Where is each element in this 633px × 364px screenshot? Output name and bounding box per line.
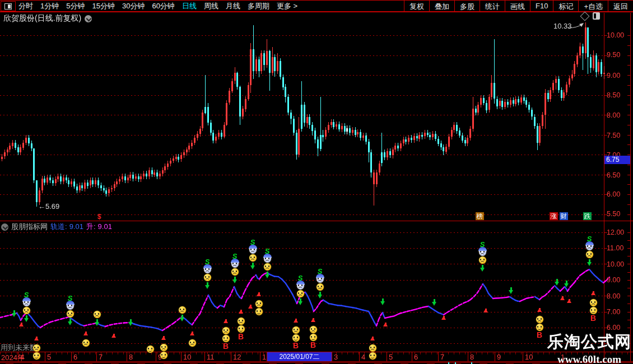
signal-buy_two_faces [254,288,263,315]
signal-buy_full_B: B [535,304,544,339]
axis-separator [468,352,468,361]
field-value: 9.01 [69,222,83,231]
up-arrow-icon [294,315,298,323]
index-badge[interactable]: 财 [560,212,568,220]
time-axis-label: 7 [99,353,103,361]
index-badge[interactable]: 榜 [476,212,484,220]
tool-item-6[interactable]: 标记 [553,1,578,11]
pane-toggle-icon[interactable] [593,12,600,20]
axis-separator [156,352,156,361]
down-arrow-icon [250,265,255,273]
indicator-axis-label: 6.00 [607,324,631,332]
up-arrow-icon [537,304,542,312]
down-arrow-icon [232,279,237,287]
time-axis[interactable]: 2024年456789101112134567891012025/01/07二 [0,352,633,362]
buy-letter: B [310,342,316,349]
down-arrow-icon [180,318,184,325]
buy-letter: B [238,333,244,340]
down-arrow-icon [380,301,385,309]
tool-item-7[interactable]: +自选 [578,1,608,11]
signal-sell_full: S [296,275,305,309]
up-arrow-icon [591,287,595,295]
signal-buy_arrow_only [439,312,448,323]
last-price-box: 6.75 [604,156,630,164]
sad-face-icon [33,344,40,352]
axis-separator [359,352,360,361]
up-arrow-icon [83,328,88,335]
signal-buy_two_faces [159,332,168,359]
layout-toggle-button[interactable] [1,1,16,11]
sad-face-icon [590,299,597,306]
down-arrow-icon [587,262,592,270]
sad-face-icon [189,339,196,347]
menu-item-9[interactable]: 多周期 [248,1,269,11]
tool-item-5[interactable]: F10 [530,1,553,11]
down-arrow-icon [298,301,302,309]
signal-sell_face_arrow [178,306,187,325]
signal-buy_full_B: B [236,306,245,340]
indicator-collapse-icon[interactable] [1,223,8,231]
menu-item-6[interactable]: 日线 [182,1,197,11]
cap-face-icon [204,266,211,273]
chart-corner-icons [581,12,600,20]
axis-separator [127,352,127,361]
tool-item-8[interactable]: 返回 [608,1,633,11]
tool-item-1[interactable]: 叠加 [429,1,454,11]
menu-item-5[interactable]: 60分钟 [152,1,174,11]
tool-item-0[interactable]: 复权 [404,1,429,11]
smile-face-icon [33,352,40,360]
menu-item-3[interactable]: 15分钟 [92,1,114,11]
tool-item-4[interactable]: 画线 [505,1,530,11]
smile-face-icon [310,334,317,341]
indicator-axis-label: 12.00 [607,228,631,236]
menu-item-8[interactable]: 月线 [226,1,240,11]
indicator-axis-label: 7.00 [607,308,631,316]
indicator-axis-label: 8.00 [607,292,631,300]
menu-item-2[interactable]: 5分钟 [66,1,85,11]
signal-buy_arrow_only [381,319,390,330]
buy-letter: B [293,342,299,349]
price-axis-label: 5.50 [607,210,631,218]
cap-face-icon [586,243,593,250]
chart-titlebar: 欣贺股份(日线.前复权) [3,13,92,24]
time-axis-label: 4 [361,353,365,361]
tools-menu: 复权叠加多股统计画线F10标记+自选返回 [404,1,633,11]
watermark-url: www.60lt.com [547,353,631,364]
collapse-chevron-icon[interactable] [85,15,92,22]
menu-item-0[interactable]: 分时 [18,1,33,11]
signal-buy_arrow_only [246,301,255,312]
up-arrow-icon [239,306,243,314]
index-badge[interactable]: 跌 [583,212,592,220]
tool-item-3[interactable]: 统计 [480,1,505,11]
sad-face-icon [82,339,90,347]
sad-face-icon [94,311,101,318]
tool-item-2[interactable]: 多股 [454,1,480,11]
time-axis-label: 3 [334,353,338,361]
down-arrow-icon [205,285,210,293]
signal-sell_full: S [315,268,324,302]
menu-item-4[interactable]: 30分钟 [122,1,145,11]
menu-item-10[interactable]: 更多 > [277,1,297,11]
axis-separator [96,352,97,361]
signal-sell_arrow_only [552,278,561,290]
up-arrow-icon [441,312,446,320]
sad-face-icon [179,306,186,314]
signal-sell_full: S [585,236,594,270]
field-label: 轨道: [50,222,67,231]
cap-face-icon [23,299,30,306]
index-badge[interactable]: 涨 [550,212,558,220]
signal-buy_full_B: B [309,314,318,349]
smile-face-icon [369,352,376,360]
up-arrow-icon [257,288,261,296]
sad-face-icon [297,290,304,297]
diamond-marker-icon[interactable] [580,11,590,21]
indicator-name[interactable]: 股朋指标网 [11,222,48,232]
menu-item-7[interactable]: 周线 [204,1,218,11]
buy-letter: B [590,315,596,322]
sad-face-icon [264,263,271,270]
menu-item-1[interactable]: 1分钟 [40,1,59,11]
split-pane-icon [4,3,12,10]
time-axis-label: 12 [233,353,241,361]
time-axis-label: 5 [47,353,51,361]
signal-buy_arrow_only [481,305,490,316]
